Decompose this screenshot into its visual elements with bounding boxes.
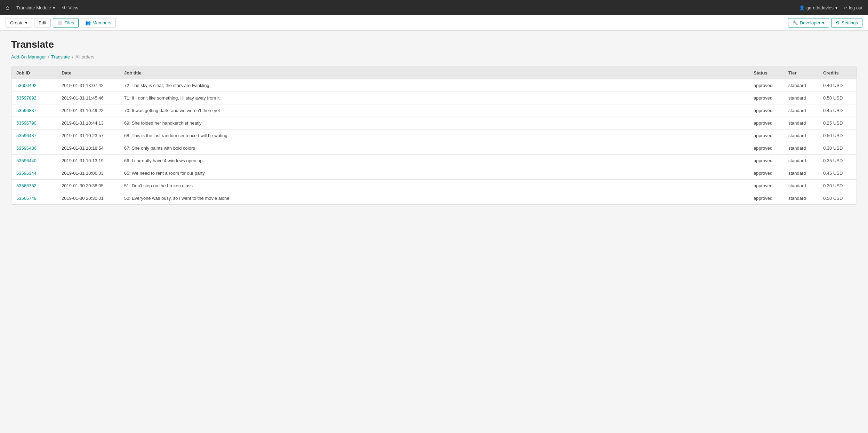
job-status: approved — [749, 79, 783, 92]
job-credits: 0.50 USD — [818, 129, 857, 142]
table-row: 535667522019-01-30 20:38:0551: Don't ste… — [11, 180, 857, 192]
job-id-link[interactable]: 53596487 — [16, 133, 37, 138]
job-status: approved — [749, 167, 783, 180]
table-body: 536004922019-01-31 13:07:4272: The sky i… — [11, 79, 857, 205]
job-date: 2019-01-31 10:13:19 — [57, 155, 119, 167]
files-label: Files — [64, 20, 74, 25]
job-id-link[interactable]: 53597892 — [16, 95, 37, 101]
job-tier: standard — [783, 180, 818, 192]
module-menu[interactable]: Translate Module ▾ — [16, 5, 55, 10]
table-row: 535967902019-01-31 10:44:1369: She folde… — [11, 117, 857, 129]
files-button[interactable]: ⬜ Files — [53, 18, 78, 27]
job-title: 71: If I don't like something, I'll stay… — [119, 92, 749, 104]
job-id-link[interactable]: 53596837 — [16, 108, 37, 113]
toolbar-left: Create ▾ Edit ⬜ Files 👥 Members — [6, 18, 116, 27]
jobs-table-container: Job ID Date Job title Status Tier Credit… — [11, 66, 857, 205]
edit-button[interactable]: Edit — [34, 18, 51, 27]
table-row: 536004922019-01-31 13:07:4272: The sky i… — [11, 79, 857, 92]
job-tier: standard — [783, 142, 818, 155]
table-row: 535964402019-01-31 10:13:1966: I current… — [11, 155, 857, 167]
job-credits: 0.50 USD — [818, 92, 857, 104]
col-header-date: Date — [57, 67, 119, 79]
table-row: 535963442019-01-31 10:06:0365: We need t… — [11, 167, 857, 180]
home-link[interactable]: ⌂ — [6, 4, 9, 11]
breadcrumb-translate[interactable]: Translate — [51, 54, 70, 60]
developer-label: Developer — [800, 20, 820, 25]
job-title: 65: We need to rent a room for our party — [119, 167, 749, 180]
job-credits: 0.45 USD — [818, 167, 857, 180]
username-label: garethtdavies — [806, 5, 834, 10]
table-row: 535964862019-01-31 10:18:5467: She only … — [11, 142, 857, 155]
job-tier: standard — [783, 79, 818, 92]
developer-button[interactable]: 🔧 Developer ▾ — [788, 18, 829, 27]
table-header: Job ID Date Job title Status Tier Credit… — [11, 67, 857, 79]
settings-button[interactable]: ⚙ Settings — [831, 18, 862, 27]
job-status: approved — [749, 117, 783, 129]
job-date: 2019-01-31 10:18:54 — [57, 142, 119, 155]
user-chevron-icon: ▾ — [835, 5, 838, 10]
job-id-link[interactable]: 53566752 — [16, 183, 37, 188]
logout-icon: ↩ — [843, 5, 847, 10]
create-button[interactable]: Create ▾ — [6, 18, 32, 27]
table-row: 535964872019-01-31 10:23:5768: This is t… — [11, 129, 857, 142]
job-date: 2019-01-31 13:07:42 — [57, 79, 119, 92]
user-menu[interactable]: 👤 garethtdavies ▾ — [799, 5, 838, 10]
members-button[interactable]: 👥 Members — [81, 18, 116, 27]
job-status: approved — [749, 180, 783, 192]
create-chevron-icon: ▾ — [25, 20, 27, 25]
job-id-link[interactable]: 53596344 — [16, 171, 37, 176]
job-credits: 0.45 USD — [818, 104, 857, 117]
job-status: approved — [749, 129, 783, 142]
toolbar: Create ▾ Edit ⬜ Files 👥 Members 🔧 Develo… — [0, 15, 868, 31]
jobs-table: Job ID Date Job title Status Tier Credit… — [11, 67, 857, 204]
eye-icon: 👁 — [62, 5, 67, 10]
logout-label: log out — [849, 5, 862, 10]
person-icon: 👤 — [799, 5, 805, 10]
members-label: Members — [93, 20, 111, 25]
breadcrumb-sep-2: / — [72, 54, 73, 60]
job-id-link[interactable]: 53596790 — [16, 120, 37, 126]
members-icon: 👥 — [85, 20, 91, 25]
job-date: 2019-01-30 20:38:05 — [57, 180, 119, 192]
table-header-row: Job ID Date Job title Status Tier Credit… — [11, 67, 857, 79]
col-header-jobid: Job ID — [11, 67, 57, 79]
module-chevron-icon: ▾ — [53, 5, 55, 10]
job-credits: 0.30 USD — [818, 180, 857, 192]
page-title: Translate — [11, 39, 857, 50]
job-status: approved — [749, 155, 783, 167]
job-id-link[interactable]: 53566748 — [16, 196, 37, 201]
main-content: Translate Add-On Manager / Translate / A… — [0, 31, 868, 213]
breadcrumb: Add-On Manager / Translate / All orders — [11, 54, 857, 60]
job-id-link[interactable]: 53600492 — [16, 83, 37, 88]
job-date: 2019-01-31 11:45:46 — [57, 92, 119, 104]
developer-chevron-icon: ▾ — [822, 20, 825, 25]
breadcrumb-addon-manager[interactable]: Add-On Manager — [11, 54, 46, 60]
job-title: 68: This is the last random sentence I w… — [119, 129, 749, 142]
col-header-tier: Tier — [783, 67, 818, 79]
logout-button[interactable]: ↩ log out — [843, 5, 862, 10]
files-icon: ⬜ — [57, 21, 63, 25]
job-credits: 0.30 USD — [818, 142, 857, 155]
job-title: 50: Everyone was busy, so I went to the … — [119, 192, 749, 205]
job-credits: 0.25 USD — [818, 117, 857, 129]
job-date: 2019-01-31 10:44:13 — [57, 117, 119, 129]
job-credits: 0.35 USD — [818, 155, 857, 167]
toolbar-right: 🔧 Developer ▾ ⚙ Settings — [788, 18, 862, 27]
job-id-link[interactable]: 53596486 — [16, 145, 37, 151]
top-navigation: ⌂ Translate Module ▾ 👁 View 👤 garethtdav… — [0, 0, 868, 15]
job-date: 2019-01-31 10:49:22 — [57, 104, 119, 117]
job-tier: standard — [783, 167, 818, 180]
job-title: 69: She folded her handkerchief neatly — [119, 117, 749, 129]
col-header-credits: Credits — [818, 67, 857, 79]
job-status: approved — [749, 92, 783, 104]
job-status: approved — [749, 192, 783, 205]
view-menu[interactable]: 👁 View — [62, 5, 78, 10]
module-label: Translate Module — [16, 5, 51, 10]
table-row: 535667482019-01-30 20:30:0150: Everyone … — [11, 192, 857, 205]
view-label: View — [69, 5, 78, 10]
job-title: 51: Don't step on the broken glass — [119, 180, 749, 192]
home-icon: ⌂ — [6, 4, 9, 11]
breadcrumb-sep-1: / — [48, 54, 49, 60]
job-tier: standard — [783, 192, 818, 205]
job-id-link[interactable]: 53596440 — [16, 158, 37, 163]
